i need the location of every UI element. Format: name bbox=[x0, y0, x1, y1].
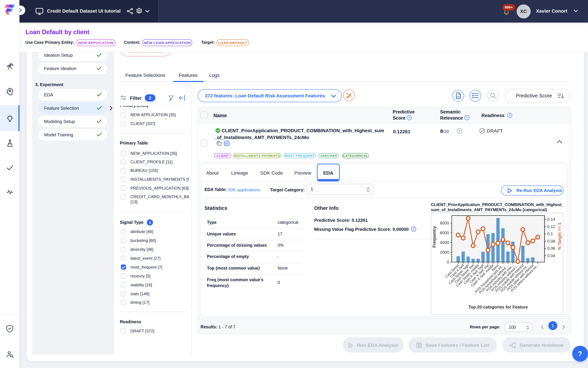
svg-text:8000: 8000 bbox=[440, 221, 449, 225]
svg-text:?: ? bbox=[466, 116, 468, 120]
svg-text:0: 0 bbox=[447, 260, 449, 264]
svg-text:0.1: 0.1 bbox=[547, 231, 553, 236]
svg-text:Top 20 categories for Feature: Top 20 categories for Feature bbox=[468, 305, 528, 309]
svg-text:6000: 6000 bbox=[440, 230, 449, 235]
svg-text:?: ? bbox=[459, 129, 461, 133]
svg-text:ID: ID bbox=[225, 142, 228, 145]
svg-text:0.14: 0.14 bbox=[547, 217, 555, 221]
svg-text:?: ? bbox=[509, 113, 511, 117]
svg-text:0.08: 0.08 bbox=[547, 239, 555, 243]
svg-text:4000: 4000 bbox=[440, 240, 449, 245]
svg-text:0.12: 0.12 bbox=[547, 224, 555, 229]
svg-text:% Target == 1: % Target == 1 bbox=[557, 223, 562, 250]
svg-text:0.04: 0.04 bbox=[547, 253, 555, 258]
svg-text:0.06: 0.06 bbox=[547, 246, 555, 251]
svg-text:Frequency: Frequency bbox=[432, 226, 437, 248]
svg-text:?: ? bbox=[408, 116, 410, 120]
svg-text:2000: 2000 bbox=[440, 250, 449, 255]
svg-text:CSV: CSV bbox=[456, 96, 461, 98]
